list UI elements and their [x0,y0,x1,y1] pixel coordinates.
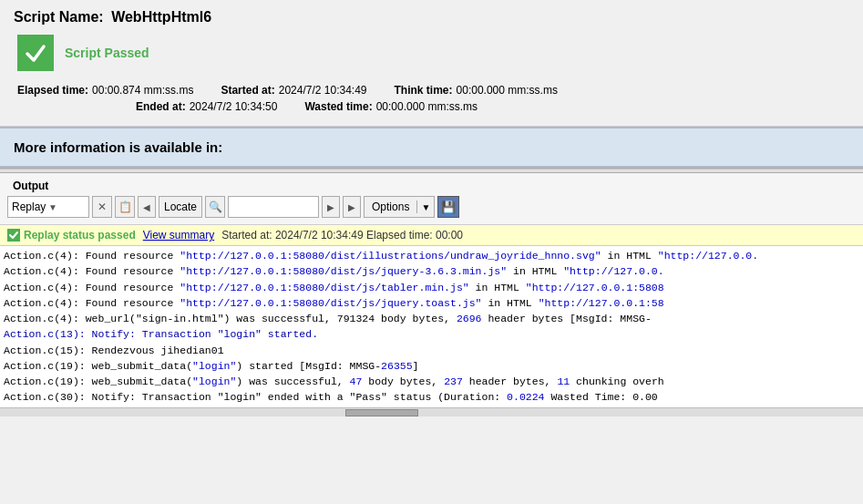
save-button[interactable]: 💾 [437,196,459,218]
save-icon: 💾 [441,201,456,214]
think-label: Think time: [395,84,453,97]
nav-next-icon: ▶ [327,202,334,212]
think-value: 00:00.000 mm:ss.ms [457,84,558,97]
script-name-label: Script Name: [14,9,104,25]
search-icon: 🔍 [209,201,222,213]
view-summary-link[interactable]: View summary [143,229,214,242]
log-line: Action.c(19): web_submit_data("login") s… [4,358,859,374]
nav-next2-icon: ▶ [348,202,355,212]
copy-button[interactable]: 📋 [115,196,135,218]
more-info-title: More information is available in: [14,139,222,155]
options-arrow-icon: ▼ [417,202,434,212]
header-section: Script Name: WebHttpHtml6 Script Passed … [0,0,863,127]
status-icon [17,35,54,71]
elapsed-label: Elapsed time: [17,84,88,97]
log-line: Action.c(4): web_url("sign-in.html") was… [4,311,859,326]
ended-value: 2024/7/2 10:34:50 [190,100,278,113]
log-line: Action.c(4): Found resource "http://127.… [4,263,859,279]
ended-at-row: Ended at: 2024/7/2 10:34:50 [136,100,277,113]
replay-status-text: Replay status passed [24,229,136,242]
replay-label: Replay [12,201,48,213]
replay-dropdown[interactable]: Replay ▼ [7,196,89,218]
locate-button[interactable]: Locate [159,196,202,218]
nav-next-button[interactable]: ▶ [322,196,340,218]
options-label: Options [365,201,417,213]
log-line: Action.c(4): Found resource "http://127.… [4,295,859,311]
elapsed-time-row: Elapsed time: 00:00.874 mm:ss.ms [17,84,193,97]
status-row: Script Passed [17,35,849,71]
ended-label: Ended at: [136,100,186,113]
wasted-label: Wasted time: [304,100,372,113]
search-button[interactable]: 🔍 [205,196,225,218]
status-passed-label: Script Passed [65,46,149,60]
started-at-row: Started at: 2024/7/2 10:34:49 [221,84,366,97]
clear-icon: ✕ [98,201,107,213]
status-check-icon [7,229,20,242]
log-line: Action.c(19): web_submit_data("login") w… [4,374,859,389]
nav-prev-button[interactable]: ◀ [138,196,156,218]
status-badge: Replay status passed [7,229,136,242]
nav-prev-icon: ◀ [143,202,150,212]
log-line: Action.c(4): Found resource "http://127.… [4,280,859,295]
script-title: Script Name: WebHttpHtml6 [14,9,849,26]
output-label: Output [7,177,54,195]
nav-next2-button[interactable]: ▶ [343,196,361,218]
replay-dropdown-arrow: ▼ [48,202,85,212]
scrollbar-thumb[interactable] [345,409,418,417]
toolbar-section: Output Replay ▼ ✕ 📋 ◀ Locate 🔍 [0,173,863,225]
log-line: Action.c(30): Notify: Transaction "login… [4,389,859,405]
horizontal-scrollbar[interactable] [0,407,863,417]
locate-label: Locate [164,201,197,213]
log-line: Action.c(13): Notify: Transaction "login… [4,326,859,342]
wasted-time-row: Wasted time: 00:00.000 mm:ss.ms [304,100,478,113]
wasted-value: 00:00.000 mm:ss.ms [376,100,478,113]
log-info-text: Started at: 2024/7/2 10:34:49 Elapsed ti… [221,229,463,242]
more-info-section: More information is available in: [0,127,863,168]
options-button[interactable]: Options ▼ [364,196,435,218]
clear-button[interactable]: ✕ [92,196,112,218]
timing-section: Elapsed time: 00:00.874 mm:ss.ms Started… [17,84,849,113]
log-header: Replay status passed View summary Starte… [0,225,863,246]
think-time-row: Think time: 00:00.000 mm:ss.ms [395,84,558,97]
started-value: 2024/7/2 10:34:49 [279,84,367,97]
log-line: Action.c(15): Rendezvous jihedian01 [4,343,859,358]
script-name-value: WebHttpHtml6 [111,9,211,25]
toolbar-row: Replay ▼ ✕ 📋 ◀ Locate 🔍 ▶ ▶ [4,193,859,221]
log-line: Action.c(4): Found resource "http://127.… [4,248,859,263]
elapsed-value: 00:00.874 mm:ss.ms [92,84,193,97]
copy-icon: 📋 [118,201,132,213]
log-output: Action.c(4): Found resource "http://127.… [0,246,863,407]
started-label: Started at: [221,84,274,97]
search-input[interactable] [228,196,319,218]
